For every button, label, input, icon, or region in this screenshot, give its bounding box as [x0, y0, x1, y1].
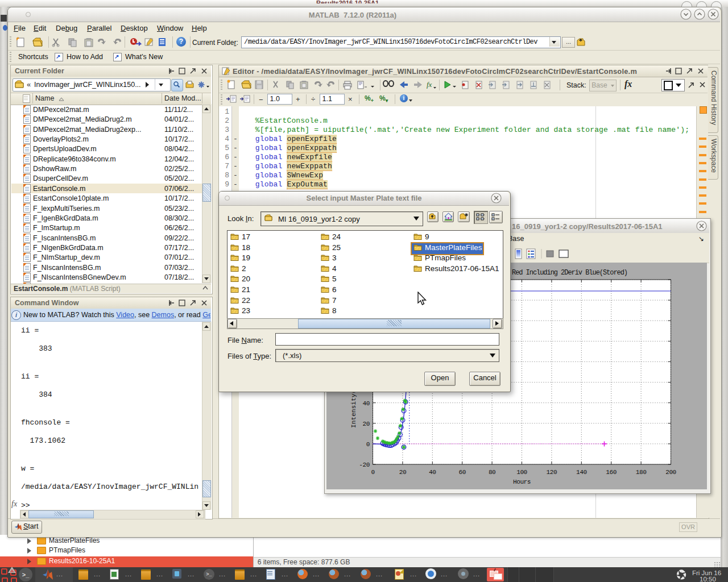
svg-text:160: 160	[606, 469, 617, 476]
svg-text:40: 40	[363, 400, 370, 407]
svg-text:120: 120	[547, 469, 557, 476]
svg-text:180: 180	[636, 469, 647, 476]
svg-text:20: 20	[399, 469, 407, 476]
svg-text:fx: fx	[427, 80, 432, 89]
svg-text:Red Including 2Deriv Blue(Stor: Red Including 2Deriv Blue(Stored)	[512, 269, 627, 277]
svg-text:60: 60	[458, 469, 466, 476]
svg-text:0: 0	[371, 469, 375, 476]
svg-text:20: 20	[363, 421, 370, 427]
svg-text:Hours: Hours	[513, 479, 531, 485]
svg-text:200: 200	[665, 469, 676, 476]
svg-text:-20: -20	[359, 462, 370, 468]
svg-text:0: 0	[366, 441, 370, 448]
svg-text:80: 80	[489, 469, 496, 476]
svg-text:140: 140	[576, 469, 587, 476]
svg-text:40: 40	[429, 469, 436, 476]
svg-text:100: 100	[516, 469, 527, 476]
